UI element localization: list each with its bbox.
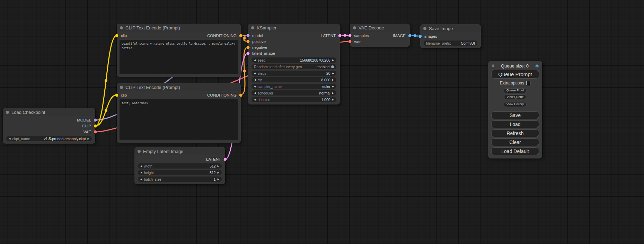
input-port-negative[interactable] [247,46,250,49]
refresh-button[interactable]: Refresh [491,129,539,137]
input-port-clip[interactable] [115,34,118,37]
decrement-arrow-icon[interactable]: ◀ [140,171,142,174]
extra-options-label: Extra options [500,81,524,85]
queue-front-button[interactable]: Queue Front [504,88,527,93]
widget-label: ckpt_name [12,137,30,141]
decrement-arrow-icon[interactable]: ◀ [254,72,256,74]
input-label-vae: vae [354,39,361,44]
increment-arrow-icon[interactable]: ▶ [332,79,334,81]
view-history-button[interactable]: View History [504,102,527,107]
extra-options-checkbox[interactable] [526,81,530,85]
node-title-bar[interactable]: Empty Latent Image [134,147,225,155]
input-port-images[interactable] [419,35,422,38]
collapse-dot-icon[interactable] [6,111,9,114]
scheduler-widget[interactable]: ◀ scheduler normal ▶ [252,90,336,96]
input-port-positive[interactable] [247,40,250,43]
height-widget[interactable]: ◀ height 512 ▶ [138,170,222,175]
increment-arrow-icon[interactable]: ▶ [332,98,334,101]
output-port-image[interactable] [408,34,412,37]
sampler-name-widget[interactable]: ◀ sampler_name euler ▶ [252,84,336,89]
queue-buttons-row: Queue Front View Queue [491,87,539,99]
ckpt-name-widget[interactable]: ◀ ckpt_name v1-5-pruned-emaonly.ckpt ▶ [6,136,92,141]
increment-arrow-icon[interactable]: ▶ [218,165,219,167]
decrement-arrow-icon[interactable]: ◀ [254,79,256,81]
steps-widget[interactable]: ◀ steps 20 ▶ [252,71,336,76]
comfy-menu-panel[interactable]: ⠿ Queue size: 0 ✱ Queue Prompt Extra opt… [488,61,542,159]
output-port-conditioning[interactable] [239,93,242,97]
decrement-arrow-icon[interactable]: ◀ [254,98,256,101]
queue-prompt-button[interactable]: Queue Prompt [491,70,539,79]
node-save-image[interactable]: Save Image images filename_prefix ComfyU… [420,24,481,48]
output-port-latent[interactable] [224,157,227,161]
node-title-bar[interactable]: Save Image [420,24,481,33]
slot-row: clip CONDITIONING [117,33,241,38]
batch-size-widget[interactable]: ◀ batch_size 1 ▶ [138,177,222,182]
node-graph-canvas[interactable]: Load Checkpoint MODEL CLIP VAE ◀ ckpt_na… [0,0,644,244]
slot-row: clip CONDITIONING [117,92,241,98]
save-button[interactable]: Save [491,111,539,119]
output-port-conditioning[interactable] [239,34,242,37]
slot-row: negative [248,44,340,50]
increment-arrow-icon[interactable]: ▶ [218,178,219,180]
node-title-bar[interactable]: VAE Decode [350,24,410,32]
denoise-widget[interactable]: ◀ denoise 1.000 ▶ [252,97,336,102]
input-port-model[interactable] [247,34,250,37]
decrement-arrow-icon[interactable]: ◀ [140,178,142,180]
decrement-arrow-icon[interactable]: ◀ [254,85,256,88]
collapse-dot-icon[interactable] [120,86,123,89]
view-queue-button[interactable]: View Queue [504,94,527,99]
widget-value: normal [319,91,330,95]
node-title-bar[interactable]: Load Checkpoint [3,108,95,116]
clear-button[interactable]: Clear [491,138,539,146]
input-port-latent-image[interactable] [247,52,250,55]
node-empty-latent-image[interactable]: Empty Latent Image LATENT ◀ width 512 ▶ … [134,147,225,184]
output-port-vae[interactable] [94,130,97,133]
output-port-clip[interactable] [94,124,97,127]
input-port-vae[interactable] [349,40,352,43]
decrement-arrow-icon[interactable]: ◀ [9,137,10,140]
decrement-arrow-icon[interactable]: ◀ [140,165,142,167]
widget-label: sampler_name [257,84,281,89]
negative-prompt-textarea[interactable]: text, watermark [120,99,238,140]
node-title: Empty Latent Image [143,149,183,154]
node-clip-text-encode-negative[interactable]: CLIP Text Encode (Prompt) clip CONDITION… [117,83,241,143]
node-title-bar[interactable]: KSampler [248,24,340,32]
node-title-bar[interactable]: CLIP Text Encode (Prompt) [117,24,241,32]
settings-gear-icon[interactable]: ✱ [535,63,539,69]
widget-value: 1.000 [321,98,330,102]
increment-arrow-icon[interactable]: ▶ [332,72,334,74]
toggle-dot-icon[interactable] [331,65,334,68]
width-widget[interactable]: ◀ width 512 ▶ [138,163,222,169]
drag-handle-icon[interactable]: ⠿ [491,63,494,68]
input-port-clip[interactable] [115,93,118,97]
node-load-checkpoint[interactable]: Load Checkpoint MODEL CLIP VAE ◀ ckpt_na… [3,108,95,144]
collapse-dot-icon[interactable] [138,150,141,153]
filename-prefix-widget[interactable]: filename_prefix ComfyUI [424,40,477,46]
random-seed-toggle-widget[interactable]: Random seed after every gen enabled [252,64,336,69]
collapse-dot-icon[interactable] [353,26,356,29]
increment-arrow-icon[interactable]: ▶ [88,137,89,140]
decrement-arrow-icon[interactable]: ◀ [254,59,256,61]
input-port-samples[interactable] [349,34,352,37]
output-port-latent[interactable] [338,34,342,37]
node-title-bar[interactable]: CLIP Text Encode (Prompt) [117,83,241,91]
collapse-dot-icon[interactable] [120,26,123,29]
widget-value: 1 [214,177,216,181]
positive-prompt-textarea[interactable]: beautiful scenery nature glass bottle la… [120,40,238,74]
collapse-dot-icon[interactable] [423,27,426,30]
load-default-button[interactable]: Load Default [491,147,539,155]
increment-arrow-icon[interactable]: ▶ [332,59,334,61]
node-vae-decode[interactable]: VAE Decode samples IMAGE vae [350,24,410,47]
increment-arrow-icon[interactable]: ▶ [218,171,219,174]
increment-arrow-icon[interactable]: ▶ [332,92,334,94]
increment-arrow-icon[interactable]: ▶ [332,85,334,88]
node-ksampler[interactable]: KSampler model LATENT positive negative … [248,24,340,105]
node-clip-text-encode-positive[interactable]: CLIP Text Encode (Prompt) clip CONDITION… [117,24,241,77]
load-button[interactable]: Load [491,120,539,128]
decrement-arrow-icon[interactable]: ◀ [254,92,256,94]
widget-label: Random seed after every gen [254,65,302,69]
cfg-widget[interactable]: ◀ cfg 8.000 ▶ [252,77,336,82]
seed-widget[interactable]: ◀ seed 156680208700286 ▶ [252,57,336,63]
collapse-dot-icon[interactable] [251,26,254,29]
output-port-model[interactable] [94,118,97,121]
